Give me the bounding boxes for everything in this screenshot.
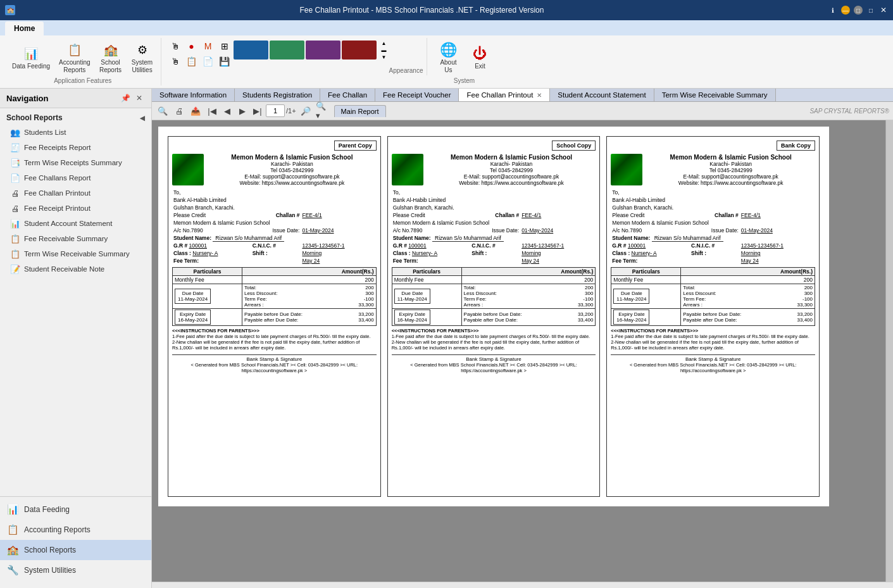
report-btn-next[interactable]: ▶ (235, 104, 249, 118)
minimize-button[interactable]: — (841, 6, 850, 15)
report-btn-search[interactable]: 🔎 (299, 104, 313, 118)
doc-tab-software-info[interactable]: Software Information (152, 89, 235, 101)
student-account-label: Student Account Statement (24, 220, 112, 227)
doc-tab-student-account-stmt[interactable]: Student Account Statement (550, 89, 654, 101)
accounting-reports-bottom-icon: 📋 (6, 523, 19, 536)
appearance-btn-6[interactable]: 📋 (184, 54, 199, 68)
color-swatch-blue[interactable] (234, 41, 268, 59)
nav-title: Navigation (6, 94, 48, 103)
nav-item-fee-receipts-report[interactable]: 🧾 Fee Receipts Report (0, 140, 151, 155)
main-report-tab[interactable]: Main Report (334, 105, 386, 117)
appearance-btn-7[interactable]: 📄 (201, 54, 216, 68)
tab-home[interactable]: Home (5, 22, 44, 35)
doc-tab-fee-challan-printout[interactable]: Fee Challan Printout ✕ (459, 89, 550, 102)
appearance-row2: 🖱 📋 📄 💾 (168, 54, 232, 68)
nav-item-fee-challans-report[interactable]: 📄 Fee Challans Report (0, 170, 151, 185)
appearance-btn-2[interactable]: ● (184, 39, 199, 53)
restore-button[interactable]: □ (854, 6, 863, 15)
bank-school-info: Memon Modern & Islamic Fusion School Kar… (646, 154, 815, 186)
nav-item-student-receivable-note[interactable]: 📝 Student Receivable Note (0, 261, 151, 277)
data-feeding-bottom-label: Data Feeding (24, 505, 70, 514)
title-bar: 🏫 Fee Challan Printout - MBS School Fina… (0, 0, 893, 20)
color-swatch-purple[interactable] (306, 41, 340, 59)
report-canvas[interactable]: Parent Copy Memon Modern & Islamic Fusio… (152, 120, 885, 582)
tab-close-fee-challan-printout[interactable]: ✕ (537, 92, 542, 99)
report-btn-print[interactable]: 🖨 (172, 104, 186, 118)
appearance-btn-3[interactable]: M (201, 39, 216, 53)
exit-ribbon-label: Exit (475, 63, 485, 70)
nav-bottom-school-reports[interactable]: 🏫 School Reports (0, 540, 151, 560)
report-btn-first[interactable]: |◀ (205, 104, 219, 118)
appearance-btn-4[interactable]: ⊞ (217, 39, 232, 53)
nav-dots[interactable]: ... (0, 580, 151, 588)
close-button[interactable]: ✕ (879, 6, 888, 15)
ribbon-btn-about-us[interactable]: 🌐 AboutUs (434, 39, 463, 76)
app-icon: 🏫 (5, 5, 15, 15)
school-stamp-line: Bank Stamp & Signature (392, 354, 596, 362)
maximize-button[interactable]: □ (866, 6, 875, 15)
about-us-label: AboutUs (440, 59, 456, 74)
color-scroll-up[interactable]: ▲ (379, 40, 389, 46)
doc-tab-fee-receipt-voucher[interactable]: Fee Receipt Voucher (375, 89, 459, 101)
report-btn-prev[interactable]: ◀ (220, 104, 234, 118)
window-controls: ℹ — □ □ ✕ (828, 6, 888, 15)
status-bar: Current Page No.: 1 Total Page No.: 1+ Z… (152, 582, 893, 588)
school-reports-bottom-label: School Reports (24, 546, 76, 554)
parent-school-info: Memon Modern & Islamic Fusion School Kar… (208, 154, 377, 186)
report-btn-zoom[interactable]: 🔍▾ (315, 104, 329, 118)
system-utilities-label: SystemUtilities (132, 59, 153, 74)
nav-item-term-wise-receivable-summary[interactable]: 📋 Term Wise Receivable Summary (0, 246, 151, 261)
color-scroll-mid[interactable]: ▬ (379, 47, 389, 53)
school-copy-header: Memon Modern & Islamic Fusion School Kar… (392, 154, 596, 186)
ribbon-btn-exit[interactable]: ⏻ Exit (465, 43, 494, 72)
color-swatch-green[interactable] (270, 41, 304, 59)
color-swatches-container: ▲ ▬ ▼ (232, 39, 389, 61)
doc-tab-students-reg[interactable]: Students Registration (235, 89, 320, 101)
parent-city: Karachi- Pakistan (208, 161, 377, 167)
ribbon-btn-accounting-reports[interactable]: 📋 AccountingReports (56, 39, 93, 76)
ribbon-btn-system-utilities[interactable]: ⚙ SystemUtilities (128, 39, 157, 76)
report-btn-export[interactable]: 📤 (189, 104, 203, 118)
nav-pin-button[interactable]: 📌 (120, 92, 131, 104)
nav-bottom-data-feeding[interactable]: 📊 Data Feeding (0, 499, 151, 520)
nav-collapse-arrow[interactable]: ◀ (140, 115, 145, 122)
system-group-label: System (454, 77, 475, 84)
nav-bottom-accounting-reports[interactable]: 📋 Accounting Reports (0, 520, 151, 540)
doc-tab-fee-challan[interactable]: Fee Challan (320, 89, 375, 101)
nav-bottom: 📊 Data Feeding 📋 Accounting Reports 🏫 Sc… (0, 496, 151, 588)
school-copy-type: School Copy (392, 141, 596, 153)
doc-tabs: Software Information Students Registrati… (152, 89, 893, 102)
appearance-group-label-container: Appearance (389, 39, 423, 74)
nav-item-term-wise-receipts-summary[interactable]: 📑 Term Wise Receipts Summary (0, 155, 151, 170)
nav-item-fee-receipt-printout[interactable]: 🖨 Fee Receipt Printout (0, 201, 151, 216)
info-button[interactable]: ℹ (828, 6, 837, 15)
crystal-reports-label: SAP CRYSTAL REPORTS® (809, 108, 889, 115)
ribbon-app-feature-buttons: 📊 Data Feeding 📋 AccountingReports 🏫 Sch… (9, 39, 157, 76)
term-receipts-label: Term Wise Receipts Summary (24, 159, 122, 166)
nav-school-reports-title: School Reports ◀ (0, 111, 151, 125)
nav-item-fee-challan-printout[interactable]: 🖨 Fee Challan Printout (0, 185, 151, 201)
appearance-btn-1[interactable]: 🖱 (168, 39, 183, 53)
parent-logo (172, 154, 204, 185)
nav-close-button[interactable]: ✕ (134, 92, 145, 104)
report-btn-last[interactable]: ▶| (251, 104, 265, 118)
vertical-scrollbar[interactable] (885, 120, 893, 582)
fee-receipt-printout-label: Fee Receipt Printout (24, 204, 91, 212)
appearance-btn-8[interactable]: 💾 (217, 54, 232, 68)
ribbon-btn-school-reports[interactable]: 🏫 SchoolReports (96, 39, 125, 76)
report-btn-navigate[interactable]: 🔍 (156, 104, 170, 118)
appearance-btn-5[interactable]: 🖱 (168, 54, 183, 68)
nav-bottom-system-utilities[interactable]: 🔧 System Utilities (0, 560, 151, 580)
page-number-input[interactable] (266, 104, 285, 117)
color-swatch-red[interactable] (342, 41, 377, 59)
nav-item-student-account-statement[interactable]: 📊 Student Account Statement (0, 216, 151, 231)
due-date-box: Due Date 11-May-2024 (175, 289, 211, 304)
nav-item-students-list[interactable]: 👥 Students List (0, 125, 151, 140)
ribbon-btn-data-feeding[interactable]: 📊 Data Feeding (9, 43, 53, 72)
doc-tab-term-wise-recv-summary[interactable]: Term Wise Receivable Summary (654, 89, 776, 101)
nav-item-fee-receivable-summary[interactable]: 📋 Fee Receivable Summary (0, 231, 151, 246)
color-scroll-down[interactable]: ▼ (379, 54, 389, 60)
school-logo (392, 154, 423, 185)
parent-copy-type: Parent Copy (172, 141, 377, 153)
data-feeding-label: Data Feeding (12, 63, 50, 70)
